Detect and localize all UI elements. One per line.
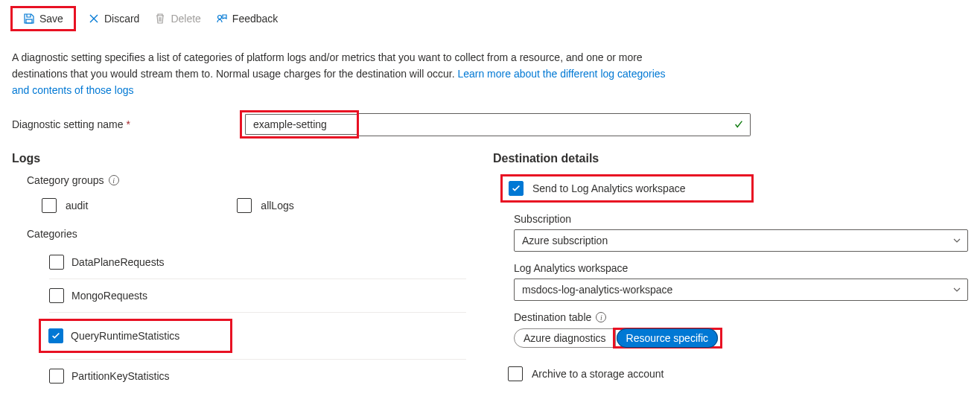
save-icon: [23, 13, 35, 25]
checkbox-label: QueryRuntimeStatistics: [71, 330, 179, 342]
checkbox-box: [509, 181, 524, 196]
checkbox-label: audit: [66, 200, 88, 211]
checkbox-partitionkeystatistics[interactable]: PartitionKeyStatistics: [49, 360, 481, 392]
checkbox-audit[interactable]: audit: [42, 192, 88, 219]
checkbox-label: MongoRequests: [71, 290, 147, 302]
checkbox-label: Send to Log Analytics workspace: [532, 182, 685, 194]
law-select[interactable]: msdocs-log-analytics-workspace: [514, 279, 968, 301]
checkbox-label: Archive to a storage account: [532, 368, 664, 380]
svg-rect-0: [26, 19, 32, 23]
dest-table-label: Destination table i: [514, 311, 968, 323]
checkbox-dataplanerequests[interactable]: DataPlaneRequests: [49, 246, 481, 279]
setting-name-input[interactable]: [245, 114, 357, 135]
checkbox-box: [48, 328, 63, 343]
subscription-label: Subscription: [514, 213, 968, 225]
pill-resource-specific[interactable]: Resource specific: [617, 328, 719, 348]
law-label: Log Analytics workspace: [514, 262, 968, 274]
checkbox-queryruntimestatistics[interactable]: QueryRuntimeStatistics: [48, 324, 179, 348]
select-value: msdocs-log-analytics-workspace: [522, 284, 672, 296]
check-icon: [734, 119, 744, 130]
subscription-select[interactable]: Azure subscription: [514, 229, 968, 252]
checkbox-box: [49, 288, 64, 303]
feedback-label: Feedback: [232, 13, 278, 25]
setting-name-input-ext[interactable]: [359, 113, 751, 136]
chevron-down-icon: [952, 285, 961, 294]
checkbox-send-law[interactable]: Send to Log Analytics workspace: [509, 181, 685, 196]
checkbox-alllogs[interactable]: allLogs: [237, 192, 293, 219]
info-icon[interactable]: i: [109, 175, 119, 185]
feedback-button[interactable]: Feedback: [210, 10, 284, 28]
checkbox-archive-storage[interactable]: Archive to a storage account: [508, 366, 968, 381]
checkbox-box: [49, 369, 64, 384]
checkbox-box: [42, 198, 57, 213]
checkbox-label: DataPlaneRequests: [71, 256, 165, 268]
save-button[interactable]: Save: [17, 10, 69, 28]
svg-point-1: [217, 16, 221, 19]
checkbox-mongorequests[interactable]: MongoRequests: [49, 279, 481, 312]
description-text: A diagnostic setting specifies a list of…: [12, 49, 667, 98]
categories-label: Categories: [27, 228, 481, 240]
checkbox-box: [49, 255, 64, 270]
close-icon: [88, 13, 100, 25]
checkbox-label: PartitionKeyStatistics: [71, 370, 170, 382]
discard-label: Discard: [104, 13, 139, 25]
select-value: Azure subscription: [522, 235, 608, 246]
logs-heading: Logs: [12, 152, 481, 165]
checkbox-label: allLogs: [261, 200, 293, 211]
checkbox-box: [237, 198, 252, 213]
setting-name-label: Diagnostic setting name*: [12, 118, 243, 130]
feedback-icon: [216, 13, 228, 25]
discard-button[interactable]: Discard: [82, 10, 145, 28]
category-groups-label: Category groups i: [27, 174, 481, 186]
checkbox-box: [508, 366, 523, 381]
info-icon[interactable]: i: [596, 312, 606, 322]
trash-icon: [154, 13, 166, 25]
save-label: Save: [39, 13, 63, 25]
pill-azure-diagnostics[interactable]: Azure diagnostics: [514, 328, 616, 348]
destination-heading: Destination details: [493, 152, 968, 165]
chevron-down-icon: [952, 236, 961, 245]
delete-button: Delete: [148, 10, 206, 28]
delete-label: Delete: [171, 13, 200, 25]
